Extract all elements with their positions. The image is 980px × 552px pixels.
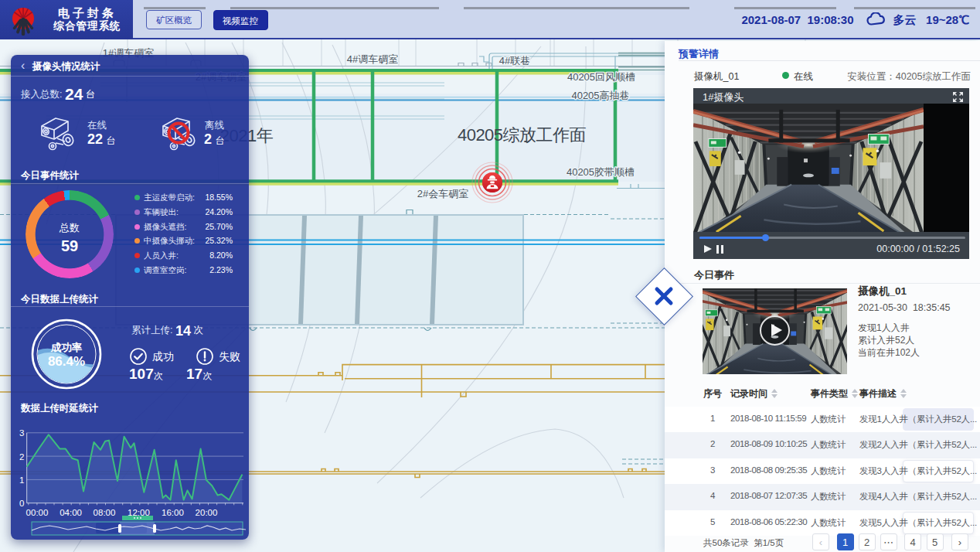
svg-text:3: 3: [19, 428, 24, 438]
svg-text:0: 0: [19, 499, 24, 508]
svg-text:20:00: 20:00: [196, 508, 218, 517]
svg-text:40205胶带顺槽: 40205胶带顺槽: [567, 166, 635, 178]
svg-text:86.4%: 86.4%: [48, 354, 85, 369]
svg-text:2: 2: [19, 452, 24, 462]
svg-text:40205综放工作面: 40205综放工作面: [458, 125, 587, 145]
svg-text:40205高抽巷: 40205高抽巷: [571, 90, 629, 101]
svg-text:04:00: 04:00: [60, 508, 82, 517]
svg-text:40205回风顺槽: 40205回风顺槽: [567, 71, 635, 83]
svg-text:08:00: 08:00: [94, 508, 116, 517]
svg-text:4#联巷: 4#联巷: [499, 55, 530, 66]
svg-text:4#调车碉室: 4#调车碉室: [347, 53, 398, 65]
svg-text:1: 1: [19, 475, 24, 485]
svg-text:00:00: 00:00: [26, 508, 49, 517]
svg-text:成功率: 成功率: [50, 342, 83, 353]
svg-text:16:00: 16:00: [162, 508, 184, 517]
svg-text:2#会车碉室: 2#会车碉室: [417, 188, 468, 199]
